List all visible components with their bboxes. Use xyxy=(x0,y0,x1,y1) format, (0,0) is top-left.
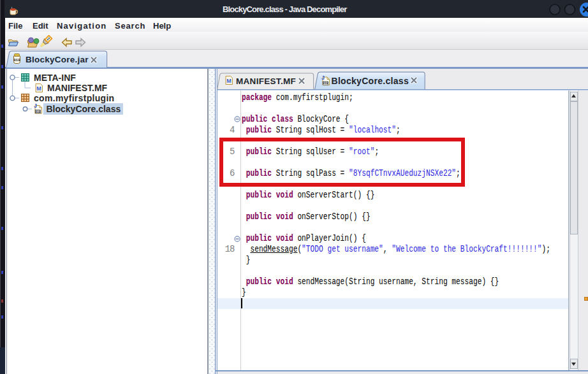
svg-text:J: J xyxy=(321,75,325,81)
svg-text:010: 010 xyxy=(323,82,328,85)
svg-text:J: J xyxy=(34,103,37,109)
svg-text:010: 010 xyxy=(13,58,20,62)
svg-text:M: M xyxy=(36,85,41,91)
svg-text:010: 010 xyxy=(35,110,41,113)
svg-text:M: M xyxy=(226,78,232,84)
